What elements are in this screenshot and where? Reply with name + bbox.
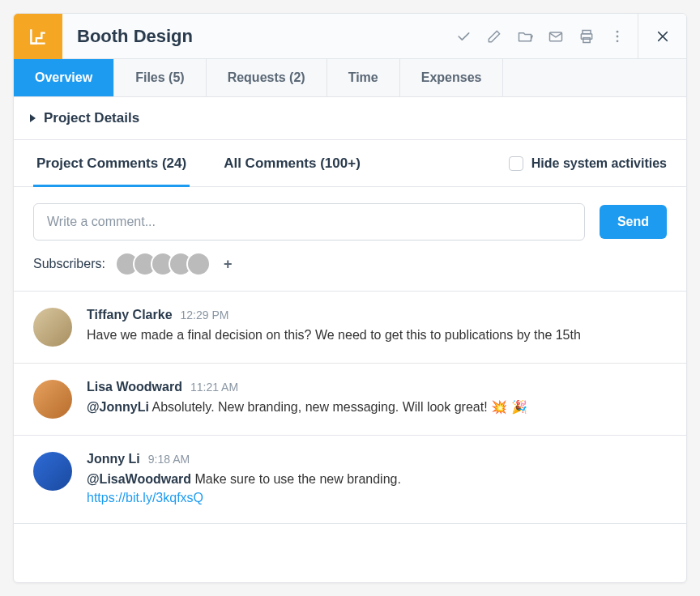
comment-body: Jonny Li 9:18 AM @LisaWoodward Make sure…: [87, 452, 667, 507]
comment-author: Lisa Woodward: [87, 380, 182, 394]
comment-item: Lisa Woodward 11:21 AM @JonnyLi Absolute…: [14, 364, 686, 436]
comment-time: 11:21 AM: [190, 381, 238, 394]
tab-files[interactable]: Files (5): [114, 59, 206, 96]
mail-icon[interactable]: [542, 23, 570, 50]
comment-text: @JonnyLi Absolutely. New branding, new m…: [87, 398, 667, 416]
add-subscriber-button[interactable]: +: [224, 256, 233, 273]
checkmark-icon[interactable]: [450, 23, 477, 50]
subscribers-label: Subscribers:: [33, 257, 105, 271]
comment-time: 9:18 AM: [148, 453, 190, 466]
comments-list[interactable]: Tiffany Clarke 12:29 PM Have we made a f…: [14, 291, 686, 582]
svg-point-5: [617, 35, 619, 37]
comment-author: Jonny Li: [87, 452, 140, 466]
tab-time[interactable]: Time: [327, 59, 400, 96]
tab-overview[interactable]: Overview: [14, 59, 114, 96]
more-icon[interactable]: [604, 23, 631, 50]
comment-item: Tiffany Clarke 12:29 PM Have we made a f…: [14, 292, 686, 364]
avatar: [33, 452, 72, 491]
project-icon: [14, 14, 62, 59]
comment-item: Jonny Li 9:18 AM @LisaWoodward Make sure…: [14, 436, 686, 524]
comment-text: @LisaWoodward Make sure to use the new b…: [87, 470, 667, 507]
edit-icon[interactable]: [480, 23, 508, 50]
avatar: [33, 308, 72, 347]
comment-author: Tiffany Clarke: [87, 308, 173, 322]
svg-rect-3: [583, 37, 590, 42]
comment-body: Tiffany Clarke 12:29 PM Have we made a f…: [87, 308, 667, 347]
subscribers-row: Subscribers: +: [14, 252, 686, 291]
comment-text-fragment: Make sure to use the new branding.: [191, 472, 401, 486]
comment-time: 12:29 PM: [181, 309, 229, 321]
svg-point-4: [617, 30, 619, 32]
hide-system-checkbox[interactable]: [509, 156, 523, 171]
avatar: [33, 380, 72, 419]
folder-icon[interactable]: [511, 23, 539, 50]
panel-header: Booth Design: [14, 14, 686, 59]
tab-requests[interactable]: Requests (2): [207, 59, 327, 96]
subtab-all-comments[interactable]: All Comments (100+): [220, 141, 364, 187]
hide-system-toggle[interactable]: Hide system activities: [509, 156, 667, 171]
svg-point-6: [617, 40, 619, 42]
comment-body: Lisa Woodward 11:21 AM @JonnyLi Absolute…: [87, 380, 667, 419]
subscriber-avatar[interactable]: [186, 252, 211, 276]
project-panel: Booth Design: [13, 13, 687, 583]
mention[interactable]: @JonnyLi: [87, 400, 149, 414]
header-actions: [450, 14, 638, 58]
subscriber-avatars: [115, 252, 211, 276]
comment-text-fragment: Absolutely. New branding, new messaging.…: [149, 400, 527, 414]
project-details-label: Project Details: [44, 110, 139, 126]
tab-expenses[interactable]: Expenses: [400, 59, 504, 96]
project-title: Booth Design: [62, 14, 450, 58]
tab-bar: Overview Files (5) Requests (2) Time Exp…: [14, 59, 686, 97]
print-icon[interactable]: [573, 23, 600, 50]
comment-input[interactable]: [33, 203, 585, 241]
caret-right-icon: [30, 114, 36, 122]
compose-row: Send: [14, 187, 686, 252]
comment-text: Have we made a final decision on this? W…: [87, 326, 667, 344]
steps-icon: [28, 26, 49, 47]
mention[interactable]: @LisaWoodward: [87, 472, 191, 486]
project-details-toggle[interactable]: Project Details: [14, 97, 686, 140]
close-wrap: [638, 14, 686, 58]
comment-subtabs: Project Comments (24) All Comments (100+…: [14, 140, 686, 187]
hide-system-label: Hide system activities: [531, 156, 667, 171]
close-icon[interactable]: [649, 23, 677, 50]
subtab-project-comments[interactable]: Project Comments (24): [33, 141, 190, 187]
comment-link[interactable]: https://bit.ly/3kqfxsQ: [87, 491, 203, 504]
send-button[interactable]: Send: [600, 205, 667, 239]
